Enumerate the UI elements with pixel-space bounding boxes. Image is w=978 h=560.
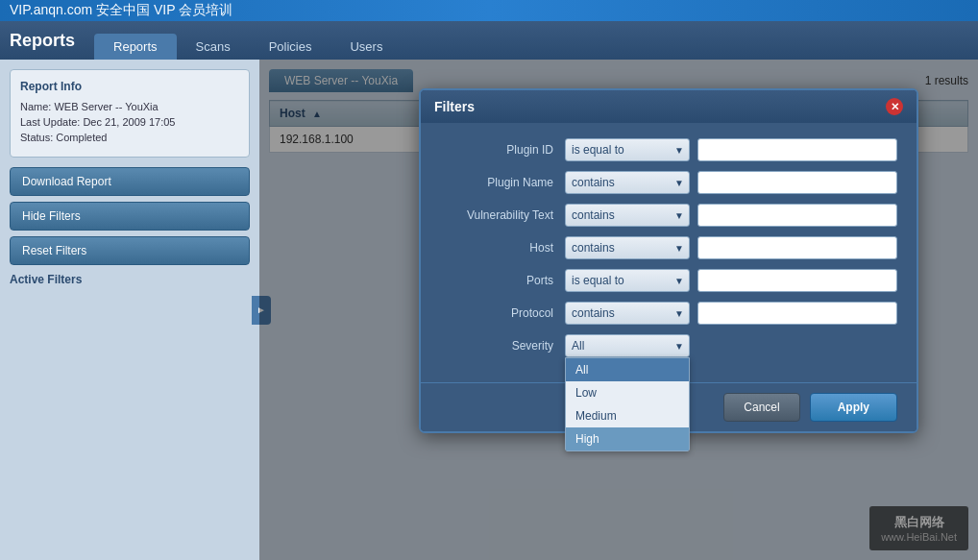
filter-row-host: Host contains is equal to ▼ (440, 236, 897, 259)
filters-modal: Filters ✕ Plugin ID is equal to contains… (419, 88, 918, 433)
filter-row-protocol: Protocol contains is equal to ▼ (440, 302, 897, 325)
report-info-title: Report Info (20, 80, 239, 93)
filter-row-plugin-id: Plugin ID is equal to contains is not eq… (440, 138, 897, 161)
label-severity: Severity (440, 339, 565, 353)
select-plugin-name[interactable]: contains is equal to is not equal to (565, 171, 690, 194)
select-vuln-text[interactable]: contains is equal to (565, 204, 690, 227)
input-plugin-name[interactable] (697, 171, 897, 194)
download-report-button[interactable]: Download Report (10, 167, 250, 196)
select-wrapper-vuln-text: contains is equal to ▼ (565, 204, 690, 227)
select-wrapper-host: contains is equal to ▼ (565, 236, 690, 259)
input-protocol[interactable] (697, 302, 897, 325)
input-host[interactable] (697, 236, 897, 259)
nav-bar: Reports Reports Scans Policies Users (0, 21, 978, 60)
filter-row-plugin-name: Plugin Name contains is equal to is not … (440, 171, 897, 194)
severity-option-medium[interactable]: Medium (566, 404, 689, 427)
severity-option-all[interactable]: All (566, 358, 689, 381)
label-plugin-name: Plugin Name (440, 176, 565, 189)
select-wrapper-ports: is equal to contains ▼ (565, 269, 690, 292)
banner-text: VIP.anqn.com 安全中国 VIP 会员培训 (10, 2, 232, 19)
modal-title: Filters (434, 99, 475, 114)
label-host: Host (440, 241, 565, 255)
content-area: WEB Server -- YouXia 1 results Host ▲ To… (259, 60, 978, 560)
select-wrapper-protocol: contains is equal to ▼ (565, 302, 690, 325)
nav-tab-reports[interactable]: Reports (94, 34, 177, 60)
select-plugin-id[interactable]: is equal to contains is not equal to (565, 138, 690, 161)
report-info-box: Report Info Name: WEB Server -- YouXia L… (10, 69, 250, 158)
modal-header: Filters ✕ (421, 90, 917, 123)
apply-button[interactable]: Apply (810, 393, 897, 422)
select-wrapper-severity: All Low Medium High ▼ All Low Medium Hig… (565, 334, 690, 357)
input-ports[interactable] (697, 269, 897, 292)
select-wrapper-plugin-name: contains is equal to is not equal to ▼ (565, 171, 690, 194)
nav-tab-users[interactable]: Users (330, 34, 402, 60)
label-protocol: Protocol (440, 306, 565, 320)
select-protocol[interactable]: contains is equal to (565, 302, 690, 325)
select-host[interactable]: contains is equal to (565, 236, 690, 259)
modal-close-button[interactable]: ✕ (886, 98, 903, 115)
modal-body: Plugin ID is equal to contains is not eq… (421, 123, 917, 382)
severity-dropdown-list: All Low Medium High (565, 357, 690, 451)
nav-tab-policies[interactable]: Policies (250, 34, 331, 60)
severity-option-high[interactable]: High (566, 427, 689, 450)
sidebar: Report Info Name: WEB Server -- YouXia L… (0, 60, 259, 560)
nav-tab-scans[interactable]: Scans (177, 34, 250, 60)
report-name: Name: WEB Server -- YouXia (20, 101, 239, 112)
report-status: Status: Completed (20, 132, 239, 143)
select-severity[interactable]: All Low Medium High (565, 334, 690, 357)
input-plugin-id[interactable] (697, 138, 897, 161)
select-wrapper-plugin-id: is equal to contains is not equal to ▼ (565, 138, 690, 161)
nav-title: Reports (10, 31, 94, 51)
filter-row-ports: Ports is equal to contains ▼ (440, 269, 897, 292)
hide-filters-button[interactable]: Hide Filters (10, 202, 250, 231)
input-vuln-text[interactable] (697, 204, 897, 227)
nav-tabs: Reports Scans Policies Users (94, 21, 402, 60)
filter-row-vuln-text: Vulnerability Text contains is equal to … (440, 204, 897, 227)
top-banner: VIP.anqn.com 安全中国 VIP 会员培训 (0, 0, 978, 21)
label-plugin-id: Plugin ID (440, 143, 565, 157)
label-vuln-text: Vulnerability Text (440, 208, 565, 222)
main-layout: Report Info Name: WEB Server -- YouXia L… (0, 60, 978, 560)
cancel-button[interactable]: Cancel (723, 393, 799, 422)
reset-filters-button[interactable]: Reset Filters (10, 236, 250, 265)
label-ports: Ports (440, 274, 565, 287)
select-ports[interactable]: is equal to contains (565, 269, 690, 292)
filter-row-severity: Severity All Low Medium High ▼ All Low (440, 334, 897, 357)
active-filters-label: Active Filters (10, 273, 250, 286)
report-update: Last Update: Dec 21, 2009 17:05 (20, 116, 239, 128)
severity-option-low[interactable]: Low (566, 381, 689, 404)
